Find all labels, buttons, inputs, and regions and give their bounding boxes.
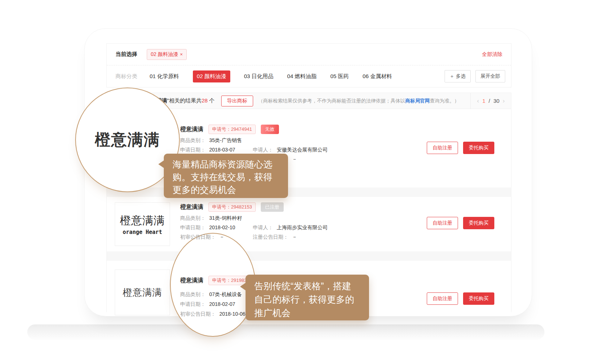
table-row: 橙意满满 orange Heart 橙意满满 申请号：29482153 已注册 …: [107, 197, 511, 251]
trademark-image-subtext: orange Heart: [123, 229, 162, 235]
application-number-label: 申请号：: [212, 278, 231, 283]
trademark-office-link[interactable]: 商标局官网: [405, 98, 430, 104]
application-number-tag: 申请号：29482153: [208, 202, 256, 212]
trademark-image[interactable]: 橙意满满 orange Heart: [115, 202, 170, 246]
field-label: 初审公告日期：: [180, 311, 216, 318]
field-label: 申请人：: [253, 225, 273, 231]
results-count-unit: 个: [208, 97, 215, 104]
trademark-image-text: 橙意满满: [123, 286, 162, 299]
status-badge: 已注册: [261, 202, 284, 212]
self-register-button[interactable]: 自助注册: [427, 217, 458, 229]
prev-page-icon[interactable]: ‹: [477, 97, 479, 105]
field-label: 初审公告日期：: [180, 234, 216, 240]
field-label: 申请日期：: [180, 225, 206, 231]
tooltip-line: 更多的交易机会: [173, 183, 279, 196]
magnified-trademark-text: 橙意满满: [95, 129, 160, 150]
field-value: 35类-广告销售: [209, 137, 242, 144]
application-number-value: 29474941: [231, 126, 252, 132]
field-value: 安徽美达会展有限公司: [277, 147, 328, 153]
total-pages: 30: [493, 98, 499, 104]
field-label: 注册公告日期：: [253, 234, 288, 240]
brand-title: 橙意满满: [180, 203, 203, 211]
field-value: 2018-03-07: [209, 147, 235, 153]
field-label: 商品类别：: [180, 137, 206, 144]
category-item-02-selected[interactable]: 02 颜料油漆: [193, 70, 230, 82]
page-separator: /: [489, 98, 490, 104]
category-item-06[interactable]: 06 金属材料: [362, 73, 392, 80]
field-label: 商品类别：: [180, 215, 206, 222]
field-label: 申请人：: [253, 147, 273, 153]
tooltip-line: 推广机会: [254, 306, 360, 320]
field-value: 2018-02-07: [209, 301, 235, 308]
brand-title: 橙意满满: [180, 126, 203, 133]
field-label: 申请日期：: [180, 147, 206, 153]
entrust-buy-button[interactable]: 委托购买: [463, 292, 494, 305]
field-value: 上海雨步实业有限公司: [277, 225, 328, 231]
disclaimer-text: （商标检索结果仅供参考，不作为商标能否注册的法律依据；具体以商标局官网查询为准。…: [258, 98, 459, 104]
filter-panel: 当前选择 02 颜料油漆 × 全部清除 商标分类 01 化学原料 02 颜料油漆…: [106, 43, 511, 88]
category-item-03[interactable]: 03 日化用品: [244, 73, 273, 80]
tooltip-line: 告别传统“发表格”，搭建: [254, 279, 360, 293]
field-value: 2018-10-06: [219, 311, 246, 318]
category-row: 商标分类 01 化学原料 02 颜料油漆 03 日化用品 04 燃料油脂 05 …: [107, 65, 511, 87]
category-item-04[interactable]: 04 燃料油脂: [287, 73, 317, 80]
tooltip-line: 购。支持在线交易，获得: [173, 171, 279, 183]
field-label: 商品类别：: [180, 291, 206, 298]
application-number-tag: 申请号：29474941: [208, 125, 256, 134]
field-value: 31类-饲料种籽: [209, 215, 242, 222]
current-page: 1: [482, 98, 485, 104]
field-value: 2018-02-10: [209, 225, 235, 231]
field-value: －: [292, 234, 297, 240]
category-item-05[interactable]: 05 医药: [330, 73, 349, 80]
field-value: －: [219, 234, 224, 240]
application-number-label: 申请号：: [212, 204, 231, 210]
remove-tag-icon[interactable]: ×: [180, 52, 183, 57]
tooltip-promotion: 告别传统“发表格”，搭建 自己的标行，获得更多的 推广机会: [246, 275, 369, 320]
field-label: 申请日期：: [180, 301, 206, 308]
application-number-label: 申请号：: [212, 126, 231, 132]
self-register-button[interactable]: 自助注册: [427, 142, 458, 154]
trademark-image[interactable]: 橙意满满: [115, 270, 170, 315]
laptop-base: [27, 324, 544, 340]
tooltip-line: 自己的标行，获得更多的: [254, 293, 360, 306]
field-value: 07类-机械设备: [209, 291, 242, 298]
field-value: －: [292, 156, 297, 163]
entrust-buy-button[interactable]: 委托购买: [463, 217, 494, 229]
app-window: 当前选择 02 颜料油漆 × 全部清除 商标分类 01 化学原料 02 颜料油漆…: [84, 28, 532, 316]
multi-select-button[interactable]: ＋ 多选: [445, 70, 471, 82]
brand-title: 橙意满满: [180, 277, 203, 284]
next-page-icon[interactable]: ›: [503, 97, 505, 105]
current-selection-label: 当前选择: [115, 51, 137, 58]
disclaimer-prefix: （商标检索结果仅供参考，不作为商标能否注册的法律依据；具体以: [258, 98, 405, 104]
tooltip-line: 海量精品商标资源随心选: [173, 158, 279, 171]
selected-filter-tag-label: 02 颜料油漆: [151, 51, 178, 58]
clear-all-button[interactable]: 全部清除: [482, 51, 502, 58]
row-details: 橙意满满 申请号：29482153 已注册 商品类别：31类-饲料种籽 申请日期…: [180, 197, 328, 251]
entrust-buy-button[interactable]: 委托购买: [463, 142, 494, 154]
category-item-01[interactable]: 01 化学原料: [150, 73, 179, 80]
category-label: 商标分类: [115, 73, 137, 80]
summary-mid: ”相关的结果共: [167, 97, 202, 104]
export-trademark-button[interactable]: 导出商标: [221, 96, 253, 106]
self-register-button[interactable]: 自助注册: [427, 292, 458, 305]
status-badge: 无效: [261, 125, 279, 134]
disclaimer-suffix: 查询为准。）: [430, 98, 459, 104]
tooltip-arrow-icon: [240, 283, 246, 291]
tooltip-buy-trademarks: 海量精品商标资源随心选 购。支持在线交易，获得 更多的交易机会: [164, 154, 288, 198]
selected-filter-tag[interactable]: 02 颜料油漆 ×: [147, 49, 187, 60]
results-count: 28: [202, 97, 208, 104]
expand-all-button[interactable]: 展开全部: [475, 70, 505, 82]
current-selection-row: 当前选择 02 颜料油漆 × 全部清除: [107, 44, 511, 65]
tooltip-arrow-icon: [158, 160, 164, 168]
application-number-value: 29482153: [231, 204, 252, 210]
pagination: ‹ 1 / 30 ›: [470, 93, 511, 109]
trademark-image-text: 橙意满满: [120, 213, 165, 228]
